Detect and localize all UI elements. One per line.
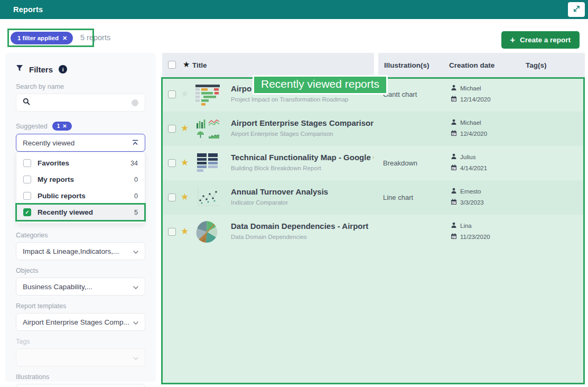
reports-count: 5 reports xyxy=(80,33,110,42)
row-checkbox[interactable] xyxy=(168,194,176,201)
report-subtitle: Airport Enterprise Stages Comparison xyxy=(231,131,374,137)
illustrations-select[interactable]: Breakdown,Gantt chart,... xyxy=(16,384,145,387)
objects-label: Objects xyxy=(16,267,145,274)
star-icon[interactable] xyxy=(181,191,189,202)
create-report-button[interactable]: + Create a report xyxy=(501,31,580,49)
checkbox[interactable] xyxy=(23,208,31,216)
table-row[interactable]: Annual Turnover Analysis Indicator Compa… xyxy=(162,180,585,215)
table-row[interactable]: Airpo Project Impact on Transformation R… xyxy=(162,77,585,112)
illustration-type: Breakdown xyxy=(383,159,417,167)
checkbox[interactable] xyxy=(23,176,31,183)
top-bar: Reports xyxy=(0,0,588,19)
creator-name: Ernesto xyxy=(460,188,481,195)
column-illustrations: Illustration(s) xyxy=(384,61,430,69)
select-all-checkbox[interactable] xyxy=(168,61,176,69)
row-checkbox[interactable] xyxy=(168,228,176,236)
objects-select[interactable]: Business Capability,... xyxy=(16,278,145,296)
chevron-down-icon xyxy=(133,283,138,291)
row-checkbox[interactable] xyxy=(168,90,176,98)
creation-date: 4/14/2021 xyxy=(460,165,487,171)
star-icon[interactable] xyxy=(181,226,189,237)
column-creation-date: Creation date xyxy=(449,61,494,69)
calendar-icon xyxy=(451,130,457,137)
option-favorites[interactable]: Favorites 34 xyxy=(16,155,145,171)
star-icon[interactable] xyxy=(181,88,189,99)
illustration-type: Line chart xyxy=(383,194,413,201)
creator-name: Michael xyxy=(460,119,481,126)
info-icon[interactable] xyxy=(59,65,67,73)
calendar-icon xyxy=(451,164,457,172)
suggested-label: Suggested xyxy=(16,123,48,130)
expand-icon xyxy=(573,5,581,15)
star-column-icon[interactable] xyxy=(183,60,190,69)
calendar-icon xyxy=(451,199,457,206)
column-title: Title xyxy=(192,61,207,69)
tags-label: Tags xyxy=(16,338,145,345)
person-icon xyxy=(451,119,457,126)
report-title[interactable]: Data Domain Dependencies - Airport xyxy=(231,222,374,231)
report-title[interactable]: Airport Enterprise Stages Comparison xyxy=(231,118,374,127)
filters-sidebar: Filters Search by name Suggested 1 ✕ Rec… xyxy=(5,53,156,382)
person-icon xyxy=(451,85,457,92)
search-box[interactable] xyxy=(16,94,145,112)
creator-name: Michael xyxy=(460,85,481,91)
table-row[interactable]: Technical Functionality Map - Google Clo… xyxy=(162,146,585,180)
illustration-type: Gantt chart xyxy=(383,90,417,98)
report-templates-label: Report templates xyxy=(16,302,145,310)
report-subtitle: Data Domain Dependencies xyxy=(231,234,374,240)
multi-chart-thumbnail xyxy=(193,117,222,141)
page-title: Reports xyxy=(13,5,43,14)
report-title[interactable]: Airpo xyxy=(231,84,374,93)
report-templates-select[interactable]: Airport Enterprise Stages Comp... xyxy=(16,313,145,331)
suggested-select[interactable]: Recently viewed xyxy=(16,134,145,152)
star-icon[interactable] xyxy=(181,157,189,168)
search-clear-dot-icon xyxy=(132,99,138,106)
row-checkbox[interactable] xyxy=(168,159,176,167)
row-checkbox[interactable] xyxy=(168,125,176,133)
suggested-count-badge[interactable]: 1 ✕ xyxy=(52,122,72,131)
filters-title: Filters xyxy=(29,65,53,74)
reports-table-body: Airpo Project Impact on Transformation R… xyxy=(162,77,585,384)
line-chart-thumbnail xyxy=(193,186,222,209)
table-header: Title Illustration(s) Creation date Tag(… xyxy=(162,53,585,77)
categories-label: Categories xyxy=(16,232,145,239)
chevron-down-icon xyxy=(133,318,138,326)
report-title[interactable]: Technical Functionality Map - Google Clo xyxy=(231,153,374,162)
table-row[interactable]: Airport Enterprise Stages Comparison Air… xyxy=(162,112,585,146)
search-by-name-label: Search by name xyxy=(16,83,145,90)
creation-date: 12/14/2020 xyxy=(460,96,491,103)
report-subtitle: Project Impact on Transformation Roadmap xyxy=(231,96,374,103)
clear-suggested-icon[interactable]: ✕ xyxy=(62,123,67,129)
report-subtitle: Building Block Breakdown Report xyxy=(231,165,374,171)
person-icon xyxy=(451,153,457,161)
plus-icon: + xyxy=(510,35,515,45)
search-icon xyxy=(23,98,30,107)
chevron-down-icon xyxy=(133,354,138,362)
option-recently-viewed[interactable]: Recently viewed 5 xyxy=(16,204,145,220)
illustrations-label: Illustrations xyxy=(16,373,145,381)
creation-date: 11/23/2020 xyxy=(460,234,490,240)
option-public-reports[interactable]: Public reports 0 xyxy=(16,188,145,204)
checkbox[interactable] xyxy=(23,192,31,200)
star-icon[interactable] xyxy=(181,123,189,134)
calendar-icon xyxy=(451,96,457,103)
checkbox[interactable] xyxy=(23,159,31,167)
calendar-icon xyxy=(451,233,457,241)
report-subtitle: Indicator Comparator xyxy=(231,199,374,206)
person-icon xyxy=(451,222,457,229)
creation-date: 3/3/2023 xyxy=(460,199,484,206)
search-input[interactable] xyxy=(35,99,132,107)
remove-filter-icon[interactable]: ✕ xyxy=(62,35,67,42)
tags-select[interactable] xyxy=(16,348,145,366)
person-icon xyxy=(451,188,457,195)
report-title[interactable]: Annual Turnover Analysis xyxy=(231,187,374,196)
option-my-reports[interactable]: My reports 0 xyxy=(16,171,145,188)
applied-filter-badge[interactable]: 1 filter applied ✕ xyxy=(11,32,73,44)
table-row[interactable]: Data Domain Dependencies - Airport Data … xyxy=(162,215,585,249)
expand-button[interactable] xyxy=(568,2,585,17)
collapse-icon xyxy=(132,139,138,147)
chevron-down-icon xyxy=(133,247,138,255)
categories-select[interactable]: Impact & Lineage,Indicators,... xyxy=(16,242,145,260)
pie-chart-thumbnail xyxy=(195,220,219,244)
creation-date: 12/4/2020 xyxy=(460,131,487,137)
